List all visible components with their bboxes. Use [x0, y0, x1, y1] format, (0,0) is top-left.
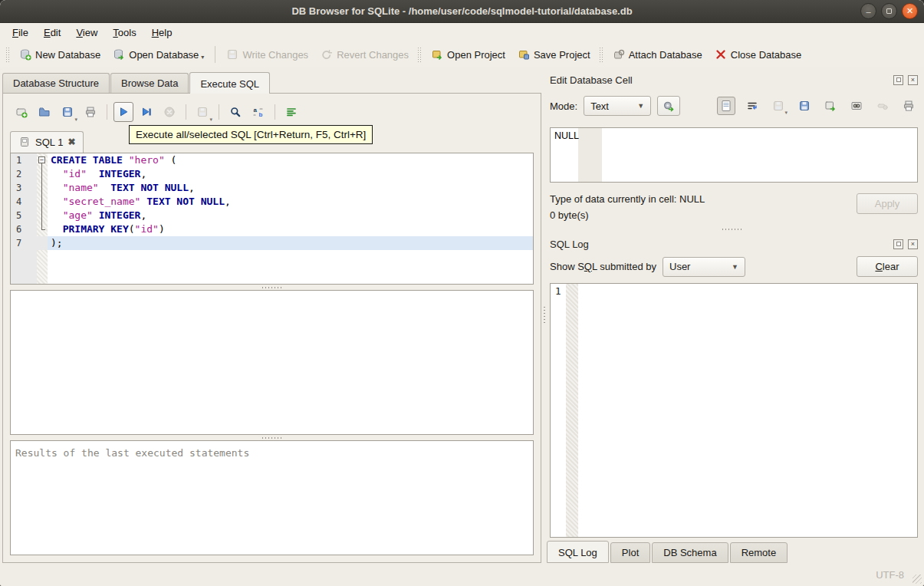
- open-sql-file-button[interactable]: [35, 102, 54, 122]
- code-line[interactable]: 7);: [11, 236, 533, 250]
- chevron-down-icon: ▼: [637, 102, 644, 110]
- print-icon: [903, 100, 915, 112]
- tab-database-structure[interactable]: Database Structure: [2, 73, 110, 93]
- minimize-button[interactable]: –: [860, 3, 876, 19]
- find-button[interactable]: [225, 102, 245, 122]
- chevron-down-icon[interactable]: ▾: [201, 54, 204, 61]
- fold-collapse-icon[interactable]: −: [38, 156, 45, 163]
- save-project-button[interactable]: Save Project: [511, 45, 597, 64]
- open-project-icon: [431, 48, 443, 61]
- stop-icon: [163, 106, 176, 118]
- splitter-results[interactable]: [10, 435, 534, 440]
- import-data-icon: [772, 100, 784, 112]
- toolbar-button-label: Write Changes: [242, 49, 308, 61]
- sql-document-tab-label: SQL 1: [35, 137, 63, 148]
- line-number: 1: [11, 153, 37, 167]
- print-button[interactable]: [899, 97, 918, 115]
- fold-margin[interactable]: [37, 167, 48, 181]
- apply-button[interactable]: Apply: [857, 193, 918, 214]
- toolbar-handle[interactable]: [599, 46, 604, 63]
- code-line[interactable]: 2 "id" INTEGER,: [11, 167, 533, 181]
- close-dock-icon[interactable]: ×: [908, 239, 918, 249]
- menu-help[interactable]: Help: [144, 25, 180, 41]
- text-document-button[interactable]: [717, 97, 735, 115]
- menu-file[interactable]: File: [5, 25, 36, 41]
- close-dock-icon[interactable]: ×: [908, 75, 918, 85]
- gear-import-icon: [663, 100, 675, 112]
- tab-execute-sql[interactable]: Execute SQL: [189, 72, 270, 94]
- results-message-pane[interactable]: Results of the last executed statements: [10, 440, 534, 555]
- new-tab-button[interactable]: [12, 102, 31, 122]
- fold-margin[interactable]: [37, 209, 48, 222]
- word-wrap-button[interactable]: [743, 97, 761, 115]
- maximize-button[interactable]: [881, 3, 897, 19]
- dock-tab-db-schema[interactable]: DB Schema: [652, 542, 728, 563]
- new-database-icon: [19, 48, 31, 61]
- open-project-button[interactable]: Open Project: [425, 45, 511, 64]
- shrink-button: [873, 97, 892, 115]
- cell-value-editor[interactable]: NULL: [550, 127, 918, 183]
- import-settings-button[interactable]: [657, 96, 680, 116]
- code-line[interactable]: 5 "age" INTEGER,: [11, 209, 533, 222]
- export-data-button[interactable]: [821, 97, 840, 115]
- code-line[interactable]: 4 "secret_name" TEXT NOT NULL,: [11, 195, 533, 209]
- query-result-table-pane[interactable]: [10, 290, 534, 435]
- attach-database-button[interactable]: Attach Database: [607, 45, 709, 64]
- copy-link-button[interactable]: [847, 97, 866, 115]
- dock-tab-remote[interactable]: Remote: [730, 542, 788, 563]
- save-sql-file-icon: [61, 106, 74, 118]
- splitter-dock-horizontal[interactable]: [547, 226, 918, 233]
- encoding-indicator[interactable]: UTF-8: [876, 569, 904, 581]
- toolbar-button-label: Open Project: [447, 49, 505, 61]
- fold-margin[interactable]: [37, 236, 48, 250]
- open-database-button[interactable]: Open Database▾: [107, 45, 210, 64]
- execute-current-line-icon: [140, 106, 153, 118]
- close-tab-icon[interactable]: ✖: [67, 137, 75, 147]
- fold-margin[interactable]: [37, 222, 48, 236]
- chevron-down-icon[interactable]: ▾: [209, 117, 212, 123]
- menu-edit[interactable]: Edit: [36, 25, 68, 41]
- main-tabbar: Database StructureBrowse DataExecute SQL: [2, 67, 541, 93]
- cell-toolbar: ▾: [680, 97, 918, 115]
- save-sql-file-button[interactable]: ▾: [58, 102, 77, 122]
- clear-log-button[interactable]: Clear: [857, 256, 918, 277]
- export-data-icon: [824, 100, 837, 112]
- chevron-down-icon[interactable]: ▾: [74, 117, 77, 123]
- dock-tab-sql-log[interactable]: SQL Log: [547, 541, 609, 563]
- code-line[interactable]: 3 "name" TEXT NOT NULL,: [11, 181, 533, 195]
- splitter-dock[interactable]: [541, 67, 547, 563]
- close-button[interactable]: ✕: [902, 3, 918, 19]
- float-dock-icon[interactable]: [893, 239, 903, 249]
- gutter-filler: [11, 250, 37, 284]
- menu-tools[interactable]: Tools: [105, 25, 143, 41]
- fold-margin[interactable]: −: [37, 153, 48, 167]
- code-line[interactable]: 1−CREATE TABLE "hero" (: [11, 153, 533, 167]
- sql-log-output[interactable]: 1: [550, 283, 918, 538]
- find-replace-button[interactable]: ab: [248, 102, 268, 122]
- save-as-button[interactable]: [795, 97, 814, 115]
- dock-tab-plot[interactable]: Plot: [610, 542, 650, 563]
- mode-select[interactable]: Text ▼: [584, 96, 651, 116]
- toolbar-handle[interactable]: [5, 46, 11, 63]
- tab-browse-data[interactable]: Browse Data: [110, 73, 189, 93]
- splitter-editor[interactable]: [10, 285, 534, 290]
- new-database-button[interactable]: New Database: [13, 45, 107, 64]
- fold-margin[interactable]: [37, 195, 48, 209]
- main-toolbar: New DatabaseOpen Database▾Write ChangesR…: [0, 41, 924, 67]
- menu-view[interactable]: View: [68, 25, 105, 41]
- sql-document-tab[interactable]: SQL 1 ✖: [10, 131, 84, 153]
- sql-code-editor[interactable]: 1−CREATE TABLE "hero" (2 "id" INTEGER,3 …: [10, 153, 534, 285]
- resize-grip[interactable]: [912, 574, 922, 584]
- log-filter-select[interactable]: User ▼: [663, 257, 745, 277]
- fold-margin[interactable]: [37, 181, 48, 195]
- format-sql-button[interactable]: [281, 102, 301, 122]
- code-line[interactable]: 6 PRIMARY KEY("id"): [11, 222, 533, 236]
- edit-cell-title: Edit Database Cell: [550, 74, 889, 86]
- close-database-button[interactable]: Close Database: [709, 45, 808, 64]
- execute-current-line-button[interactable]: [136, 102, 156, 122]
- toolbar-handle[interactable]: [417, 46, 423, 63]
- print-button[interactable]: [81, 102, 100, 122]
- float-dock-icon[interactable]: [893, 75, 903, 85]
- open-sql-file-icon: [38, 106, 51, 118]
- execute-all-button[interactable]: [113, 102, 133, 122]
